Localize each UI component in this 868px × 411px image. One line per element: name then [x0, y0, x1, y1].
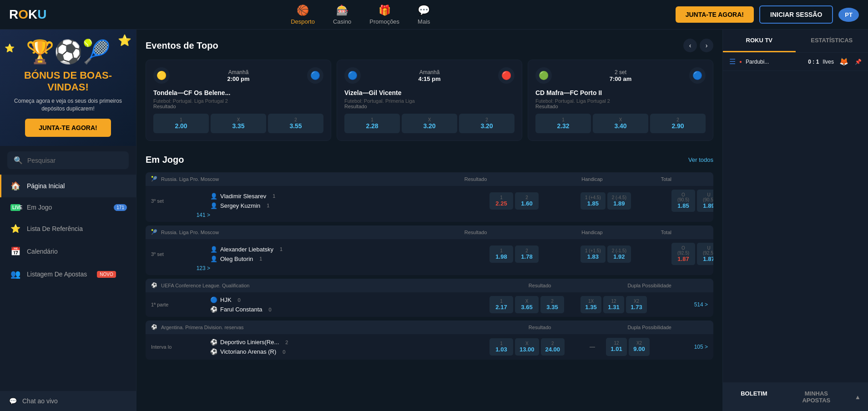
result-odds-2: 1 1.98 2 1.78 — [490, 246, 580, 263]
join-button[interactable]: JUNTA-TE AGORA! — [676, 6, 754, 23]
tot-2-o[interactable]: O (92.5) 1.87 — [671, 243, 695, 265]
odd-1-x[interactable]: X3.35 — [211, 114, 266, 133]
live-match-row-4a: Interva lo ⚽ Deportivo Liniers(Re... 2 ⚽… — [146, 334, 713, 360]
odd-cell-2-1[interactable]: 1 1.98 — [490, 246, 513, 263]
hcap-2-2[interactable]: 2 (-1.5) 1.92 — [607, 246, 631, 263]
login-button[interactable]: INICIAR SESSÃO — [759, 5, 833, 24]
top-events-title: Eventos de Topo — [146, 40, 218, 51]
odd-3-x[interactable]: X3.40 — [593, 114, 648, 133]
tab-roku-tv[interactable]: ROKU TV — [723, 30, 796, 52]
pin-icon[interactable]: 📌 — [855, 59, 862, 65]
more-btn-3[interactable]: 514 > — [671, 301, 708, 308]
odd-1-1[interactable]: 12.00 — [153, 114, 209, 133]
event-header-3: 🟢 2 set 7:00 am 🔵 — [535, 67, 706, 84]
boletim-tab[interactable]: BOLETIM — [723, 383, 785, 411]
em-jogo-title: Em Jogo — [146, 155, 184, 165]
nav-promocoes[interactable]: 🎁 Promoções — [369, 5, 399, 25]
match-score: 0 : 1 — [808, 59, 819, 65]
team1-badge-2: 🔵 — [344, 67, 361, 84]
team2-name: Ilves — [823, 59, 834, 65]
nav-casino[interactable]: 🎰 Casino — [333, 5, 351, 25]
event-name-2: Vizela—Gil Vicente — [344, 89, 515, 96]
tab-estatisticas[interactable]: ESTATÍSTICAS — [796, 30, 868, 52]
nav-mais[interactable]: 💬 Mais — [418, 5, 430, 25]
tennis-icon-2: 🎾 — [151, 229, 157, 235]
odd-cell-1-1[interactable]: 1 2.25 — [490, 192, 513, 210]
odd-3-1[interactable]: 12.32 — [535, 114, 591, 133]
tot-2-u[interactable]: U (92.5) 1.87 — [697, 243, 713, 265]
tot-1-u[interactable]: U (90.5) 1.89 — [697, 190, 713, 212]
player1-4: ⚽ Deportivo Liniers(Re... 2 — [210, 339, 490, 346]
sidebar-item-apostas[interactable]: 👥 Listagem De Apostas NOVO — [0, 263, 136, 286]
odd-2-2[interactable]: 23.20 — [459, 114, 515, 133]
player-icon-3: 👤 — [210, 246, 217, 253]
expand-button[interactable]: ▲ — [848, 383, 868, 411]
hcap-1-1[interactable]: 1 (+4.5) 1.85 — [580, 192, 606, 210]
soccer-icon-4: ⚽ — [151, 324, 157, 330]
nav-desporto[interactable]: 🏀 Desporto — [291, 5, 315, 25]
gift-icon: 🎁 — [378, 5, 391, 16]
odd-cell-4-2[interactable]: 2 24.00 — [541, 338, 565, 356]
dupla-odds-4: — 12 1.01 X2 9.00 — [580, 338, 671, 356]
sidebar-nav: 🏠 Página Inicial LIVE Em Jogo 171 ⭐ List… — [0, 175, 136, 391]
ver-todos-link[interactable]: Ver todos — [688, 156, 713, 163]
handicap-odds-1: 1 (+4.5) 1.85 2 (-4.5) 1.89 — [580, 192, 671, 210]
event-card-2: 🔵 Amanhã 4:15 pm 🔴 Vizela—Gil Vicente Fu… — [337, 60, 522, 141]
chat-live[interactable]: 💬 Chat ao vivo — [0, 391, 136, 411]
prev-arrow[interactable]: ‹ — [683, 39, 697, 52]
player1-1: 👤 Vladimir Slesarev 1 — [210, 193, 490, 200]
join-sidebar-button[interactable]: JUNTA-TE AGORA! — [25, 119, 111, 137]
odd-1-2[interactable]: 23.55 — [268, 114, 323, 133]
odd-2-1[interactable]: 12.28 — [344, 114, 400, 133]
odd-2-x[interactable]: X3.20 — [402, 114, 457, 133]
em-jogo-header: Em Jogo Ver todos — [146, 155, 713, 165]
hcap-2-1[interactable]: 1 (+1.5) 1.83 — [580, 246, 606, 263]
more-btn-2[interactable]: 123 > — [151, 265, 210, 271]
bottom-bar: BOLETIM MINHAS APOSTAS ▲ — [723, 382, 868, 411]
result-odds-4: 1 1.03 X 13.00 2 24.00 — [490, 338, 580, 356]
dp-3-x2[interactable]: X2 1.73 — [626, 296, 647, 313]
hcap-1-2[interactable]: 2 (-4.5) 1.89 — [607, 192, 631, 210]
result-label-3: Resultado — [535, 104, 706, 109]
resultado-header-1: Resultado — [464, 176, 487, 182]
users-icon: 👥 — [10, 269, 20, 279]
odd-cell-4-x[interactable]: X 13.00 — [515, 338, 539, 356]
next-arrow[interactable]: › — [700, 39, 713, 52]
odd-3-2[interactable]: 22.90 — [650, 114, 706, 133]
sidebar-item-lista[interactable]: ⭐ Lista De Referência — [0, 217, 136, 240]
team2-icon: 🦊 — [839, 57, 848, 66]
home-icon: 🏠 — [10, 181, 20, 191]
minhas-apostas-tab[interactable]: MINHAS APOSTAS — [785, 383, 848, 411]
dp-4-12[interactable]: 12 1.01 — [606, 338, 627, 356]
event-time-3: 2 set 7:00 am — [610, 69, 631, 82]
odd-cell-3-x[interactable]: X 3.65 — [515, 296, 539, 313]
sidebar-item-home[interactable]: 🏠 Página Inicial — [0, 175, 136, 197]
team-icon-4b: ⚽ — [210, 348, 217, 355]
event-header-2: 🔵 Amanhã 4:15 pm 🔴 — [344, 67, 515, 84]
odd-cell-4-1[interactable]: 1 1.03 — [490, 338, 513, 356]
language-button[interactable]: PT — [838, 8, 859, 22]
dp-3-12[interactable]: 12 1.31 — [603, 296, 624, 313]
sidebar-item-calendario[interactable]: 📅 Calendário — [0, 240, 136, 263]
sidebar-item-em-jogo[interactable]: LIVE Em Jogo 171 — [0, 197, 136, 217]
team2-badge-1: 🔵 — [307, 67, 323, 84]
odd-cell-1-2[interactable]: 2 1.60 — [515, 192, 539, 210]
live-match-group-4: ⚽ Argentina. Primera Division. reservas … — [146, 321, 713, 360]
odd-cell-3-1[interactable]: 1 2.17 — [490, 296, 513, 313]
dp-4-x2[interactable]: X2 9.00 — [629, 338, 650, 356]
set-label-3: 1ª parte — [151, 302, 210, 307]
dp-3-1x[interactable]: 1X 1.35 — [580, 296, 601, 313]
handicap-header-2: Handicap — [581, 230, 602, 235]
player-info-1: 👤 Vladimir Slesarev 1 👤 Sergey Kuzmin 1 — [210, 193, 490, 209]
soccer-icon-3: ⚽ — [151, 282, 157, 288]
list-icon: ☰ — [729, 57, 736, 66]
more-btn-4[interactable]: 105 > — [671, 344, 708, 350]
tot-1-o[interactable]: O (90.5) 1.85 — [671, 190, 695, 212]
casino-icon: 🎰 — [336, 5, 348, 16]
odd-cell-2-2[interactable]: 2 1.78 — [515, 246, 539, 263]
odd-cell-3-2[interactable]: 2 3.35 — [540, 296, 564, 313]
search-input[interactable] — [27, 157, 122, 164]
more-btn-1[interactable]: 141 > — [151, 212, 210, 218]
league-row-3: ⚽ UEFA Conference League. Qualification … — [146, 279, 713, 292]
brand-logo[interactable]: ROKU — [9, 7, 45, 22]
